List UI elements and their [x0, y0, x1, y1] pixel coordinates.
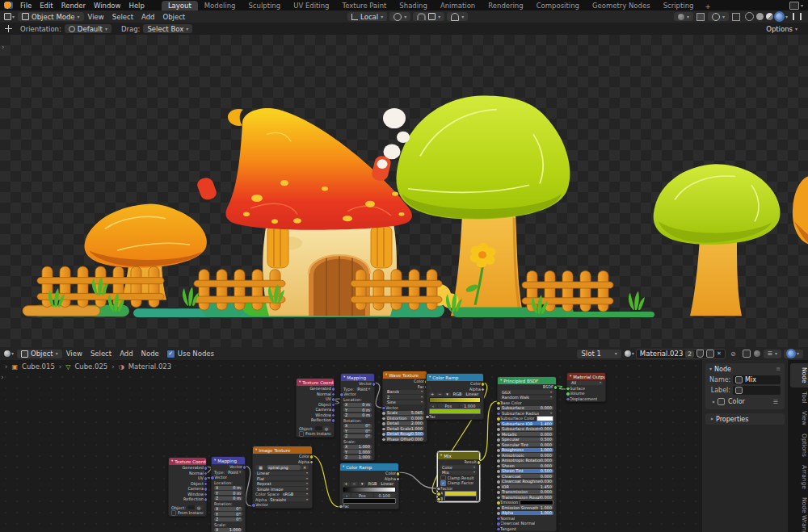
socket-in[interactable]	[496, 422, 501, 427]
ramp-control-0[interactable]: +	[343, 482, 350, 486]
properties-panel-header[interactable]: ▾ Properties	[705, 413, 785, 425]
image-name-field[interactable]: spiral.png	[267, 465, 301, 469]
field-transmission[interactable]: Transmission0.000	[500, 490, 553, 494]
prev-stop-button[interactable]: ‹	[343, 493, 351, 497]
material-users-badge[interactable]: 2	[685, 350, 694, 358]
socket-in[interactable]	[251, 503, 256, 508]
node-wave[interactable]: ▾Wave TextureColorFacBands▾Z▾Sine▾Vector…	[382, 371, 427, 442]
field-x[interactable]: X0°	[343, 424, 372, 428]
shader-menu-add[interactable]: Add	[116, 350, 137, 358]
image-unlink-icon[interactable]: ✕	[301, 465, 309, 469]
workspace-tab-texture-paint[interactable]: Texture Paint	[336, 1, 393, 10]
sidebar-tab-node-wrangler[interactable]: Node Wrangler	[790, 493, 808, 532]
node-imgtex[interactable]: ▾Image TextureColorAlpha▦spiral.png✕Line…	[252, 446, 313, 509]
workspace-tab-uv-editing[interactable]: UV Editing	[287, 1, 335, 10]
field-clearcoat-roughness[interactable]: Clearcoat Roughness0.030	[500, 480, 553, 484]
node-texcoord2[interactable]: ▾Texture CoordinateGeneratedNormalUVObje…	[168, 457, 207, 517]
field-x[interactable]: X1.000	[214, 528, 242, 532]
socket-out[interactable]	[331, 418, 336, 423]
workspace-tab-geometry-nodes[interactable]: Geometry Nodes	[586, 1, 657, 10]
socket-in[interactable]	[496, 490, 501, 495]
menu-edit[interactable]: Edit	[36, 2, 57, 10]
socket-in[interactable]	[436, 497, 441, 502]
menu-window[interactable]: Window	[90, 2, 125, 10]
field-detail[interactable]: Detail2.000	[385, 421, 424, 425]
sidebar-tab-node[interactable]: Node	[790, 363, 808, 387]
shader-menu-view[interactable]: View	[62, 350, 86, 358]
orientation-default-dropdown[interactable]: Default▾	[65, 24, 112, 33]
field-anisotropic[interactable]: Anisotropic0.000	[500, 453, 553, 457]
color-subpanel[interactable]: ▾ Color ☰	[705, 396, 785, 406]
socket-out[interactable]	[242, 465, 247, 470]
field-specular-tint[interactable]: Specular Tint0.000	[500, 442, 553, 446]
dropdown-linear[interactable]: Linear▾	[255, 471, 309, 475]
node-header[interactable]: ▾Mix	[438, 452, 479, 459]
screen-layout-icon[interactable]	[789, 2, 799, 10]
parent-tree-icon[interactable]	[743, 350, 751, 358]
ramp-control-1[interactable]: −	[351, 482, 358, 486]
proportional-edit-dropdown[interactable]: ▾	[447, 12, 468, 21]
xray-icon[interactable]	[696, 13, 705, 21]
menu-help[interactable]: Help	[124, 2, 148, 10]
overlays-dropdown[interactable]: ▾	[708, 12, 729, 21]
shading-material-icon[interactable]	[766, 13, 773, 20]
socket-out[interactable]	[204, 487, 208, 492]
field-x[interactable]: X0 m	[214, 486, 242, 490]
ramp-control-2[interactable]: ▾	[444, 392, 450, 396]
socket-in[interactable]	[496, 454, 501, 459]
eyedropper-icon[interactable]: ◎	[322, 426, 330, 430]
checkbox-from-instancer[interactable]: From Instancer	[297, 431, 334, 437]
node-header[interactable]: ▾Material Output	[567, 373, 605, 380]
field-distortion[interactable]: Distortion0.000	[385, 416, 424, 420]
pos-value[interactable]: 0.100	[374, 493, 396, 497]
socket-in[interactable]	[496, 459, 501, 463]
field-scale[interactable]: Scale5.045	[385, 411, 424, 415]
socket-in[interactable]	[381, 421, 386, 426]
socket-in[interactable]	[436, 487, 441, 492]
transform-orientation-dropdown[interactable]: Local▾	[347, 12, 387, 21]
socket-in[interactable]	[381, 417, 386, 421]
dropdown-point[interactable]: Point▾	[226, 470, 242, 474]
mix-color-b[interactable]	[444, 496, 477, 501]
socket-in[interactable]	[496, 517, 501, 522]
field-y[interactable]: Y1.000	[343, 450, 372, 454]
node-mapping2[interactable]: ▾MappingVectorType:Point▾VectorLocation:…	[211, 456, 246, 532]
workspace-tab-modeling[interactable]: Modeling	[198, 1, 242, 10]
dropdown-single-image[interactable]: Single Image▾	[255, 487, 309, 491]
material-browse-dropdown[interactable]: ▾	[625, 350, 634, 357]
node-header[interactable]: ▾Color Ramp	[427, 374, 483, 381]
shader-menu-node[interactable]: Node	[137, 350, 163, 358]
pos-value[interactable]: 1.000	[460, 404, 481, 408]
socket-in[interactable]	[496, 438, 501, 442]
field-x[interactable]: X0 m	[343, 403, 372, 407]
viewport-menu-add[interactable]: Add	[137, 13, 158, 21]
field-detail-scale[interactable]: Detail Scale1.000	[385, 426, 424, 430]
socket-in[interactable]	[496, 406, 501, 411]
workspace-tab-layout[interactable]: Layout	[162, 1, 198, 10]
dropdown-mix[interactable]: Mix▾	[440, 471, 477, 475]
dropdown-repeat[interactable]: Repeat▾	[255, 482, 309, 486]
field-z[interactable]: Z0°	[343, 434, 372, 438]
field-phase-offset[interactable]: Phase Offset0.000	[385, 437, 424, 441]
node-header[interactable]: ▾Color Ramp	[340, 463, 398, 471]
ramp-control-2[interactable]: ▾	[359, 482, 366, 486]
workspace-tab-scripting[interactable]: Scripting	[657, 1, 701, 10]
editor-type-icon[interactable]: ▾	[4, 13, 15, 20]
socket-out[interactable]	[331, 387, 336, 392]
image-browse-icon[interactable]: ▦	[255, 465, 266, 469]
socket-out[interactable]	[331, 397, 336, 402]
node-ramp2[interactable]: ▾Color RampColorAlpha+−▾RGBLinear‹Pos0.1…	[339, 463, 399, 509]
socket-in[interactable]	[496, 485, 501, 490]
socket-out[interactable]	[204, 497, 208, 502]
node-label-field[interactable]	[733, 386, 781, 395]
shader-datablock-dropdown[interactable]: Object▾	[17, 350, 62, 358]
fence-center-left[interactable]	[194, 270, 285, 310]
field-y[interactable]: Y0°	[343, 429, 372, 433]
socket-in[interactable]	[496, 464, 501, 469]
add-workspace-button[interactable]: +	[700, 2, 715, 10]
socket-in[interactable]	[496, 427, 501, 432]
field-subsurface[interactable]: Subsurface0.000	[500, 406, 553, 410]
color-ramp-gradient[interactable]	[340, 487, 398, 493]
workspace-tab-animation[interactable]: Animation	[434, 1, 482, 10]
gizmos-icon[interactable]	[732, 13, 740, 21]
